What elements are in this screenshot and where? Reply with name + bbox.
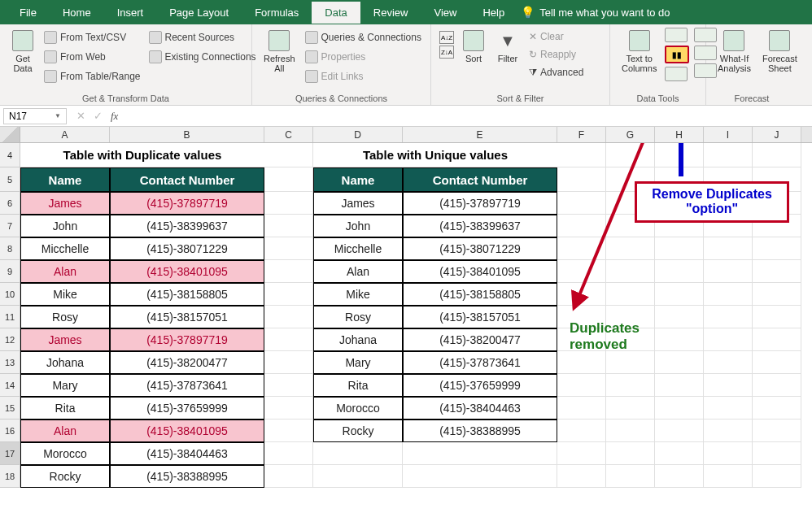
data-validation-button[interactable] bbox=[665, 67, 688, 81]
left-name-10[interactable]: Alan bbox=[20, 419, 110, 442]
col-A[interactable]: A bbox=[20, 127, 110, 142]
forecast-sheet-button[interactable]: Forecast Sheet bbox=[759, 28, 801, 75]
row-16[interactable]: 16 bbox=[0, 419, 20, 442]
advanced-button[interactable]: ⧩Advanced bbox=[527, 65, 585, 80]
col-G[interactable]: G bbox=[606, 127, 655, 142]
from-web-button[interactable]: From Web bbox=[42, 49, 142, 65]
row-4[interactable]: 4 bbox=[0, 143, 20, 167]
col-B[interactable]: B bbox=[110, 127, 264, 142]
left-name-7[interactable]: Johana bbox=[20, 351, 110, 374]
right-name-8[interactable]: Rita bbox=[313, 374, 403, 397]
right-name-5[interactable]: Rosy bbox=[313, 306, 403, 328]
properties-button[interactable]: Properties bbox=[303, 49, 423, 65]
remove-duplicates-button[interactable]: ▮▮ bbox=[665, 46, 689, 63]
flash-fill-button[interactable] bbox=[665, 28, 688, 42]
right-name-2[interactable]: Micchelle bbox=[313, 237, 403, 260]
row-11[interactable]: 11 bbox=[0, 306, 20, 328]
get-data-button[interactable]: Get Data bbox=[8, 28, 37, 75]
col-D[interactable]: D bbox=[313, 127, 403, 142]
tab-home[interactable]: Home bbox=[50, 2, 104, 24]
cell-C4[interactable] bbox=[264, 143, 313, 167]
left-contact-12[interactable]: (415)-38388995 bbox=[110, 465, 264, 488]
row-12[interactable]: 12 bbox=[0, 328, 20, 351]
recent-sources-button[interactable]: Recent Sources bbox=[147, 29, 258, 46]
left-contact-9[interactable]: (415)-37659999 bbox=[110, 397, 264, 419]
row-14[interactable]: 14 bbox=[0, 374, 20, 397]
right-contact-0[interactable]: (415)-37897719 bbox=[403, 192, 557, 215]
tab-data[interactable]: Data bbox=[312, 2, 360, 24]
right-name-7[interactable]: Mary bbox=[313, 351, 403, 374]
tab-formulas[interactable]: Formulas bbox=[242, 2, 312, 24]
tab-view[interactable]: View bbox=[421, 2, 469, 24]
row-10[interactable]: 10 bbox=[0, 283, 20, 306]
col-E[interactable]: E bbox=[403, 127, 557, 142]
left-contact-11[interactable]: (415)-38404463 bbox=[110, 442, 264, 465]
right-contact-9[interactable]: (415)-38404463 bbox=[403, 397, 557, 419]
left-contact-7[interactable]: (415)-38200477 bbox=[110, 351, 264, 374]
right-contact-10[interactable]: (415)-38388995 bbox=[403, 419, 557, 442]
row-17[interactable]: 17 bbox=[0, 442, 20, 465]
right-name-9[interactable]: Morocco bbox=[313, 397, 403, 419]
left-name-11[interactable]: Morocco bbox=[20, 442, 110, 465]
name-box[interactable]: N17 ▼ bbox=[3, 108, 67, 124]
left-name-5[interactable]: Rosy bbox=[20, 306, 110, 328]
hdr-right-contact[interactable]: Contact Number bbox=[403, 167, 557, 192]
right-name-6[interactable]: Johana bbox=[313, 328, 403, 351]
reapply-button[interactable]: ↻Reapply bbox=[527, 47, 585, 62]
right-contact-8[interactable]: (415)-37659999 bbox=[403, 374, 557, 397]
left-contact-6[interactable]: (415)-37897719 bbox=[110, 328, 264, 351]
right-name-4[interactable]: Mike bbox=[313, 283, 403, 306]
select-all-corner[interactable] bbox=[0, 127, 20, 142]
left-name-1[interactable]: John bbox=[20, 215, 110, 237]
sort-button[interactable]: Sort bbox=[459, 28, 488, 65]
fx-icon[interactable]: fx bbox=[111, 110, 118, 123]
left-name-9[interactable]: Rita bbox=[20, 397, 110, 419]
left-name-4[interactable]: Mike bbox=[20, 283, 110, 306]
left-contact-3[interactable]: (415)-38401095 bbox=[110, 260, 264, 283]
hdr-right-name[interactable]: Name bbox=[313, 167, 403, 192]
tab-help[interactable]: Help bbox=[469, 2, 517, 24]
right-name-0[interactable]: James bbox=[313, 192, 403, 215]
row-6[interactable]: 6 bbox=[0, 192, 20, 215]
hdr-left-contact[interactable]: Contact Number bbox=[110, 167, 264, 192]
tab-insert[interactable]: Insert bbox=[104, 2, 157, 24]
existing-conn-button[interactable]: Existing Connections bbox=[147, 49, 258, 65]
row-5[interactable]: 5 bbox=[0, 167, 20, 192]
col-J[interactable]: J bbox=[753, 127, 801, 142]
row-18[interactable]: 18 bbox=[0, 465, 20, 488]
tab-file[interactable]: File bbox=[7, 2, 50, 24]
right-contact-1[interactable]: (415)-38399637 bbox=[403, 215, 557, 237]
left-contact-10[interactable]: (415)-38401095 bbox=[110, 419, 264, 442]
from-table-button[interactable]: From Table/Range bbox=[42, 68, 142, 85]
tab-review[interactable]: Review bbox=[360, 2, 421, 24]
sort-za-icon[interactable]: Z↓A bbox=[439, 46, 454, 59]
queries-conn-button[interactable]: Queries & Connections bbox=[303, 29, 423, 46]
left-name-12[interactable]: Rocky bbox=[20, 465, 110, 488]
right-name-3[interactable]: Alan bbox=[313, 260, 403, 283]
left-contact-5[interactable]: (415)-38157051 bbox=[110, 306, 264, 328]
left-contact-8[interactable]: (415)-37873641 bbox=[110, 374, 264, 397]
row-9[interactable]: 9 bbox=[0, 260, 20, 283]
row-15[interactable]: 15 bbox=[0, 397, 20, 419]
right-name-10[interactable]: Rocky bbox=[313, 419, 403, 442]
clear-button[interactable]: ✕Clear bbox=[527, 29, 585, 44]
col-H[interactable]: H bbox=[655, 127, 704, 142]
left-name-8[interactable]: Mary bbox=[20, 374, 110, 397]
left-name-0[interactable]: James bbox=[20, 192, 110, 215]
col-F[interactable]: F bbox=[557, 127, 606, 142]
text-to-columns-button[interactable]: Text to Columns bbox=[618, 28, 660, 75]
left-contact-1[interactable]: (415)-38399637 bbox=[110, 215, 264, 237]
whatif-button[interactable]: What-If Analysis bbox=[714, 28, 754, 75]
right-contact-2[interactable]: (415)-38071229 bbox=[403, 237, 557, 260]
sort-az-icon[interactable]: A↓Z bbox=[439, 31, 454, 44]
left-contact-4[interactable]: (415)-38158805 bbox=[110, 283, 264, 306]
col-I[interactable]: I bbox=[704, 127, 753, 142]
tab-page-layout[interactable]: Page Layout bbox=[156, 2, 242, 24]
left-contact-0[interactable]: (415)-37897719 bbox=[110, 192, 264, 215]
right-contact-3[interactable]: (415)-38401095 bbox=[403, 260, 557, 283]
right-contact-6[interactable]: (415)-38200477 bbox=[403, 328, 557, 351]
right-contact-4[interactable]: (415)-38158805 bbox=[403, 283, 557, 306]
left-name-6[interactable]: James bbox=[20, 328, 110, 351]
editlinks-button[interactable]: Edit Links bbox=[303, 68, 423, 85]
worksheet-grid[interactable]: 4Table with Duplicate valuesTable with U… bbox=[0, 143, 812, 525]
